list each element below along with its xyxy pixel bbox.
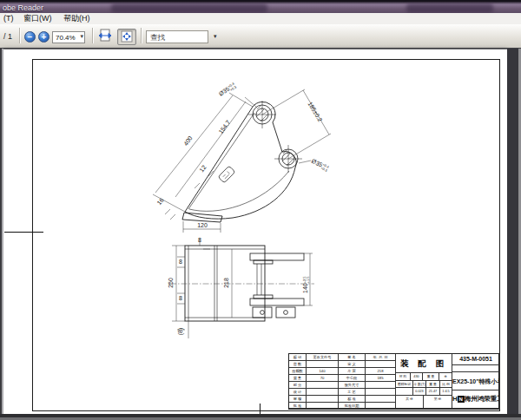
tb-cell: 斗 宽 (339, 368, 366, 375)
search-options-chevron-icon[interactable]: ▾ (214, 33, 217, 40)
tb-cell (307, 361, 339, 368)
tb-cell: 接升尺寸 (339, 382, 366, 389)
tb-cell (452, 365, 500, 372)
tb-cell: 齿 数 (289, 361, 307, 368)
part-name: EX25-10"特殊小斗 (452, 372, 500, 390)
tb-cell: 比 例 (440, 381, 452, 388)
tb-cell (307, 396, 339, 403)
menu-bar: (T) 窗口(W) 帮助(H) (0, 13, 521, 25)
tb-cell: 185 (366, 375, 396, 382)
tb-cell: 中心距 (339, 375, 366, 382)
dim-218: 218 (223, 278, 229, 288)
window-title: obe Reader (3, 3, 43, 12)
dim-8-lower: 8 (179, 295, 182, 301)
capacity-value: 0.023 (413, 388, 426, 396)
tb-cell: 部 分 (289, 382, 307, 389)
tb-cell: 140 (307, 368, 339, 375)
chevron-down-icon: ▾ (80, 33, 83, 40)
toolbar: / 1 − + 70.4% ▾ 查找 ▾ (0, 24, 521, 49)
tb-cell: 重 量 (423, 373, 439, 381)
dim-8-top: 8 (198, 237, 201, 243)
zoom-out-button[interactable]: − (24, 31, 36, 43)
tb-cell: 430 (411, 373, 423, 381)
fit-page-button[interactable] (117, 29, 136, 45)
tb-cell: 标 准 (339, 396, 366, 403)
dim-400: 400 (182, 135, 194, 147)
company-name: 梅州鸿荣重工 (465, 395, 500, 403)
tb-cell: 材 料 (396, 373, 411, 381)
toolbar-separator (92, 28, 93, 43)
tb-cell: 批 准 (289, 403, 307, 409)
window-edge (507, 49, 518, 414)
toolbar-separator (19, 28, 20, 43)
tb-cell (366, 361, 396, 368)
dim-16: 16 (155, 197, 164, 207)
redacted-blur (406, 3, 493, 13)
redacted-blur (111, 3, 267, 13)
menu-item-t[interactable]: (T) (1, 14, 16, 23)
tb-cell (366, 382, 396, 389)
dim-8-paren: (8) (177, 328, 184, 336)
menu-item-help[interactable]: 帮助(H) (61, 14, 93, 23)
drawing-type-title: 装 配 图 (396, 354, 452, 373)
tb-cell: 工 艺 (339, 389, 366, 396)
mount-brackets (250, 253, 304, 318)
weight-value: 21.47 (426, 388, 440, 396)
adobe-reader-window: obe Reader (T) 窗口(W) 帮助(H) / 1 − + 70.4%… (0, 0, 521, 420)
dim-140: 140+2.5+1.5 (302, 276, 311, 293)
dim-8-upper: 8 (179, 259, 182, 265)
drawing-number: 435-M-0051 (452, 354, 500, 365)
dim-hole-right: Ø35+0.4+0.3 (310, 157, 331, 173)
tb-cell: 斗 数(T) (413, 381, 426, 388)
tb-cell: 签 名 (339, 354, 366, 361)
tb-cell (396, 388, 413, 396)
fit-width-icon (98, 29, 112, 43)
tb-cell: 份额数 (289, 368, 307, 375)
tb-cell: 218 (366, 368, 396, 375)
window-edge (2, 49, 3, 414)
tb-cell: 定 义 (339, 361, 366, 368)
dimension-lines (153, 89, 331, 233)
company-logo-mark: N (458, 396, 465, 403)
tb-cell: 年. 月. 日 (366, 354, 396, 361)
tb-cell (307, 403, 339, 409)
dim-185: 185±0.2 (307, 101, 323, 122)
tb-cell: 审 核 (289, 396, 307, 403)
dim-154-7: 154.7 (217, 119, 231, 135)
company-cell: HN梅州鸿荣重工 (452, 390, 500, 409)
search-placeholder: 查找 (150, 33, 165, 43)
dimension-labels: 400 154.7 12 185±0.2 16 120 Ø35+0.4+0.3 … (155, 81, 330, 228)
search-input[interactable]: 查找 (146, 30, 208, 43)
scale-value: 1:4.5 (440, 388, 452, 396)
fit-width-button[interactable] (96, 29, 115, 45)
tb-cell (366, 396, 396, 403)
tb-cell: 标 记 (289, 354, 307, 361)
tb-cell (307, 382, 339, 389)
zoom-in-button[interactable]: + (38, 31, 49, 43)
tb-cell: 共 张 (396, 396, 424, 409)
tb-cell: 重 量(KG) (426, 381, 440, 388)
tb-cell: 图样标记 (396, 381, 413, 388)
part-stamp-label (218, 166, 235, 183)
plan-view-drawing: 250 218 8 8 8 (8) 140+2.5+1.5 (165, 234, 321, 347)
projection-symbol: ⊕ (439, 373, 452, 381)
toolbar-separator (141, 28, 142, 43)
tb-cell: 70 (307, 375, 339, 382)
tb-cell: 批准日期 (339, 403, 366, 409)
tb-cell (366, 403, 396, 409)
dim-250: 250 (168, 278, 174, 288)
tb-cell: 重 量 (289, 375, 307, 382)
dimension-lines (172, 238, 313, 338)
menu-item-window[interactable]: 窗口(W) (21, 14, 55, 23)
dim-120: 120 (197, 222, 208, 228)
zoom-level-value: 70.4% (56, 34, 76, 42)
zoom-level-dropdown[interactable]: 70.4% ▾ (52, 31, 85, 43)
side-view-drawing: 400 154.7 12 185±0.2 16 120 Ø35+0.4+0.3 … (130, 74, 391, 234)
fit-page-icon (120, 30, 134, 43)
tb-cell: 设 计 (289, 389, 307, 396)
page-indicator: / 1 (3, 32, 12, 41)
dim-12: 12 (198, 164, 207, 174)
tb-cell: 更改文件号 (307, 354, 339, 361)
tb-cell (307, 389, 339, 396)
centering-mark-left (4, 232, 43, 233)
